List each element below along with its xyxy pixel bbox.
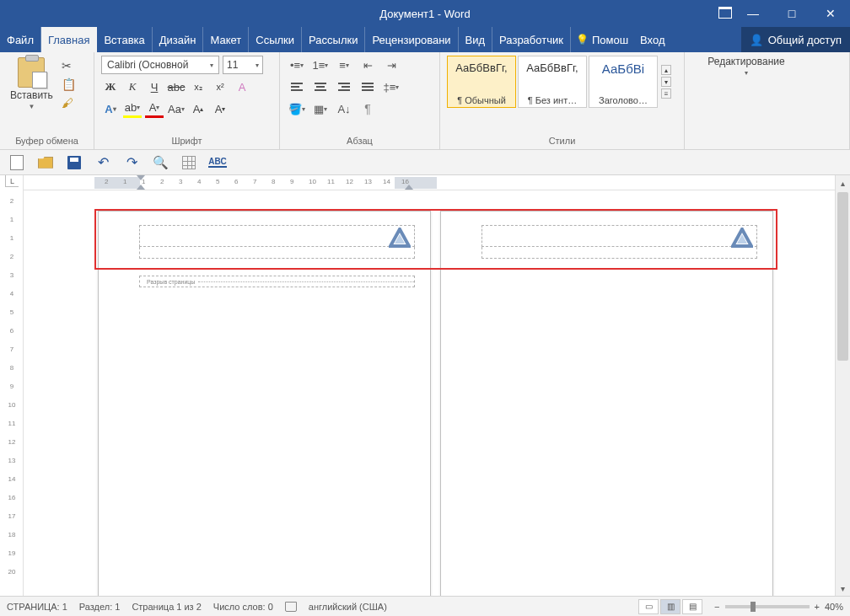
style-no-spacing[interactable]: АаБбВвГг, ¶ Без инт… <box>518 56 587 108</box>
sort-button[interactable]: A↓ <box>334 99 354 118</box>
book-icon[interactable] <box>285 602 297 612</box>
folder-icon <box>38 157 53 169</box>
show-marks-button[interactable]: ¶ <box>358 99 378 118</box>
undo-button[interactable]: ↶ <box>94 154 111 171</box>
style-normal[interactable]: АаБбВвГг, ¶ Обычный <box>447 56 516 108</box>
tab-layout[interactable]: Макет <box>203 27 249 52</box>
workspace: L 2112345678910111213141617181920 211234… <box>0 175 850 596</box>
save-button[interactable] <box>66 154 83 171</box>
print-layout-button[interactable]: ▥ <box>660 599 681 614</box>
horizontal-ruler[interactable]: 21123456789101112131416 <box>24 175 850 190</box>
maximize-button[interactable]: □ <box>772 0 811 27</box>
highlight-button[interactable]: ab▾ <box>123 99 142 118</box>
increase-indent-button[interactable]: ⇥ <box>381 56 401 74</box>
paste-button[interactable]: Вставить ▼ <box>7 56 56 112</box>
group-clipboard: Вставить ▼ ✂ 📋 🖌 Буфер обмена <box>0 52 94 149</box>
tab-selector[interactable]: L <box>5 175 19 187</box>
styles-up-button[interactable]: ▴ <box>661 65 671 75</box>
header-table[interactable] <box>481 225 757 259</box>
web-layout-button[interactable]: ▤ <box>682 599 702 614</box>
cut-button[interactable]: ✂ <box>62 59 76 72</box>
header-table[interactable] <box>139 225 415 259</box>
tab-file[interactable]: Файл <box>0 27 41 52</box>
italic-button[interactable]: К <box>123 78 142 96</box>
underline-button[interactable]: Ч <box>145 78 164 96</box>
vertical-ruler[interactable]: L 2112345678910111213141617181920 <box>0 175 24 596</box>
shading-button[interactable]: 🪣▾ <box>287 99 307 118</box>
redo-button[interactable]: ↷ <box>123 154 140 171</box>
ribbon-display-icon[interactable] <box>718 7 732 19</box>
subscript-button[interactable]: x₂ <box>189 78 207 96</box>
styles-gallery[interactable]: АаБбВвГг, ¶ Обычный АаБбВвГг, ¶ Без инт…… <box>447 56 671 108</box>
status-language[interactable]: английский (США) <box>309 602 387 612</box>
title-bar: Документ1 - Word — □ ✕ <box>0 0 850 27</box>
view-buttons: ▭ ▥ ▤ <box>638 599 702 614</box>
table-icon <box>182 156 196 169</box>
multilevel-button[interactable]: ≡▾ <box>334 56 354 74</box>
read-mode-button[interactable]: ▭ <box>638 599 659 614</box>
vertical-scrollbar[interactable]: ▴ ▾ <box>835 175 850 596</box>
close-button[interactable]: ✕ <box>811 0 850 27</box>
editing-dropdown[interactable]: Редактирование ▾ <box>691 56 801 77</box>
document-area[interactable]: Разрыв страницы <box>24 190 850 596</box>
numbering-button[interactable]: 1≡▾ <box>310 56 331 74</box>
text-effects-button[interactable]: A▾ <box>101 99 120 118</box>
style-heading1[interactable]: АаБбВі Заголово… <box>589 56 658 108</box>
zoom-in-button[interactable]: + <box>815 602 820 612</box>
minimize-button[interactable]: — <box>734 0 772 27</box>
tab-view[interactable]: Вид <box>459 27 493 52</box>
change-case-button[interactable]: Aa▾ <box>167 99 186 118</box>
superscript-button[interactable]: x² <box>211 78 229 96</box>
bullets-button[interactable]: •≡▾ <box>287 56 307 74</box>
group-styles: АаБбВвГг, ¶ Обычный АаБбВвГг, ¶ Без инт…… <box>440 52 685 149</box>
line-spacing-button[interactable]: ‡≡▾ <box>381 78 401 96</box>
zoom-level[interactable]: 40% <box>825 602 843 612</box>
borders-button[interactable]: ▦▾ <box>310 99 331 118</box>
status-words[interactable]: Число слов: 0 <box>213 602 273 612</box>
spellcheck-button[interactable]: ABC <box>209 154 226 171</box>
tab-home[interactable]: Главная <box>41 27 97 52</box>
strike-button[interactable]: abc <box>167 78 186 96</box>
tab-references[interactable]: Ссылки <box>249 27 302 52</box>
justify-button[interactable] <box>358 78 378 96</box>
open-button[interactable] <box>37 154 54 171</box>
font-size-dropdown[interactable]: 11▾ <box>223 56 263 74</box>
window-title: Документ1 - Word <box>379 8 470 20</box>
format-painter-button[interactable]: 🖌 <box>62 96 76 110</box>
styles-more-button[interactable]: ≡ <box>661 88 671 99</box>
status-section[interactable]: Раздел: 1 <box>79 602 121 612</box>
new-document-button[interactable] <box>8 154 25 171</box>
tab-developer[interactable]: Разработчик <box>492 27 571 52</box>
page-1: Разрыв страницы <box>98 211 431 596</box>
decrease-indent-button[interactable]: ⇤ <box>358 56 378 74</box>
scroll-down-button[interactable]: ▾ <box>836 581 850 596</box>
status-page[interactable]: СТРАНИЦА: 1 <box>7 602 67 612</box>
tab-design[interactable]: Дизайн <box>153 27 204 52</box>
account-signin[interactable]: Вход <box>633 27 671 52</box>
clear-format-button[interactable]: A <box>233 78 251 96</box>
print-preview-button[interactable]: 🔍 <box>152 154 169 171</box>
zoom-slider[interactable] <box>725 605 810 608</box>
grow-font-button[interactable]: A▴ <box>189 99 207 118</box>
scroll-up-button[interactable]: ▴ <box>836 175 850 190</box>
align-right-button[interactable] <box>334 78 354 96</box>
tab-mailings[interactable]: Рассылки <box>302 27 365 52</box>
table-button[interactable] <box>180 154 197 171</box>
logo-triangle-icon <box>731 228 753 251</box>
bold-button[interactable]: Ж <box>101 78 120 96</box>
copy-button[interactable]: 📋 <box>62 78 76 91</box>
share-button[interactable]: 👤 Общий доступ <box>741 27 850 52</box>
tab-review[interactable]: Рецензировани <box>365 27 458 52</box>
font-color-button[interactable]: A▾ <box>145 99 164 118</box>
tab-insert[interactable]: Вставка <box>97 27 152 52</box>
align-center-button[interactable] <box>310 78 331 96</box>
styles-down-button[interactable]: ▾ <box>661 77 671 87</box>
font-name-dropdown[interactable]: Calibri (Основной▾ <box>101 56 219 74</box>
align-left-button[interactable] <box>287 78 307 96</box>
group-font: Calibri (Основной▾ 11▾ Ж К Ч abc x₂ x² A… <box>94 52 280 149</box>
shrink-font-button[interactable]: A▾ <box>211 99 229 118</box>
status-page-of[interactable]: Страница 1 из 2 <box>132 602 201 612</box>
tell-me[interactable]: 💡Помош <box>571 27 633 52</box>
zoom-out-button[interactable]: − <box>714 602 719 612</box>
scroll-thumb[interactable] <box>837 192 848 361</box>
